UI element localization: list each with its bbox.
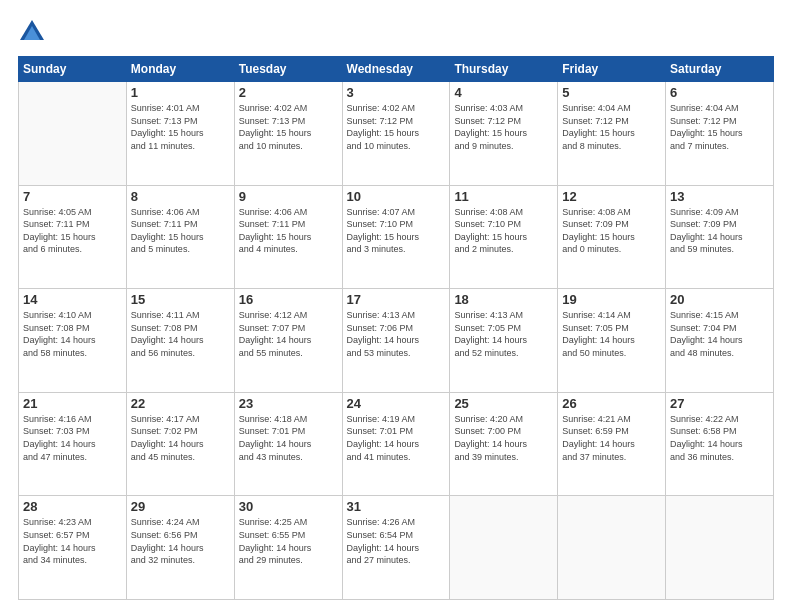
day-info: Sunrise: 4:23 AM Sunset: 6:57 PM Dayligh…: [23, 516, 122, 566]
calendar-cell: [558, 496, 666, 600]
day-info: Sunrise: 4:17 AM Sunset: 7:02 PM Dayligh…: [131, 413, 230, 463]
calendar-cell: 1Sunrise: 4:01 AM Sunset: 7:13 PM Daylig…: [126, 82, 234, 186]
calendar-cell: 6Sunrise: 4:04 AM Sunset: 7:12 PM Daylig…: [666, 82, 774, 186]
calendar-cell: [450, 496, 558, 600]
day-number: 8: [131, 189, 230, 204]
day-number: 20: [670, 292, 769, 307]
day-info: Sunrise: 4:11 AM Sunset: 7:08 PM Dayligh…: [131, 309, 230, 359]
weekday-header-wednesday: Wednesday: [342, 57, 450, 82]
day-number: 31: [347, 499, 446, 514]
day-number: 2: [239, 85, 338, 100]
day-info: Sunrise: 4:22 AM Sunset: 6:58 PM Dayligh…: [670, 413, 769, 463]
day-info: Sunrise: 4:14 AM Sunset: 7:05 PM Dayligh…: [562, 309, 661, 359]
day-info: Sunrise: 4:13 AM Sunset: 7:05 PM Dayligh…: [454, 309, 553, 359]
weekday-header-saturday: Saturday: [666, 57, 774, 82]
day-number: 15: [131, 292, 230, 307]
calendar-cell: 20Sunrise: 4:15 AM Sunset: 7:04 PM Dayli…: [666, 289, 774, 393]
calendar-cell: 10Sunrise: 4:07 AM Sunset: 7:10 PM Dayli…: [342, 185, 450, 289]
calendar-week-row: 7Sunrise: 4:05 AM Sunset: 7:11 PM Daylig…: [19, 185, 774, 289]
calendar-cell: 5Sunrise: 4:04 AM Sunset: 7:12 PM Daylig…: [558, 82, 666, 186]
day-info: Sunrise: 4:10 AM Sunset: 7:08 PM Dayligh…: [23, 309, 122, 359]
calendar-cell: 4Sunrise: 4:03 AM Sunset: 7:12 PM Daylig…: [450, 82, 558, 186]
day-number: 23: [239, 396, 338, 411]
weekday-header-monday: Monday: [126, 57, 234, 82]
day-info: Sunrise: 4:09 AM Sunset: 7:09 PM Dayligh…: [670, 206, 769, 256]
day-info: Sunrise: 4:08 AM Sunset: 7:09 PM Dayligh…: [562, 206, 661, 256]
calendar-cell: 7Sunrise: 4:05 AM Sunset: 7:11 PM Daylig…: [19, 185, 127, 289]
weekday-header-thursday: Thursday: [450, 57, 558, 82]
day-number: 17: [347, 292, 446, 307]
calendar-cell: 29Sunrise: 4:24 AM Sunset: 6:56 PM Dayli…: [126, 496, 234, 600]
day-info: Sunrise: 4:02 AM Sunset: 7:13 PM Dayligh…: [239, 102, 338, 152]
calendar-cell: 8Sunrise: 4:06 AM Sunset: 7:11 PM Daylig…: [126, 185, 234, 289]
day-number: 26: [562, 396, 661, 411]
calendar-cell: 11Sunrise: 4:08 AM Sunset: 7:10 PM Dayli…: [450, 185, 558, 289]
day-info: Sunrise: 4:04 AM Sunset: 7:12 PM Dayligh…: [670, 102, 769, 152]
calendar-cell: [19, 82, 127, 186]
day-info: Sunrise: 4:03 AM Sunset: 7:12 PM Dayligh…: [454, 102, 553, 152]
day-info: Sunrise: 4:06 AM Sunset: 7:11 PM Dayligh…: [239, 206, 338, 256]
calendar-cell: 13Sunrise: 4:09 AM Sunset: 7:09 PM Dayli…: [666, 185, 774, 289]
day-info: Sunrise: 4:05 AM Sunset: 7:11 PM Dayligh…: [23, 206, 122, 256]
day-info: Sunrise: 4:26 AM Sunset: 6:54 PM Dayligh…: [347, 516, 446, 566]
calendar-cell: 12Sunrise: 4:08 AM Sunset: 7:09 PM Dayli…: [558, 185, 666, 289]
day-number: 6: [670, 85, 769, 100]
day-info: Sunrise: 4:21 AM Sunset: 6:59 PM Dayligh…: [562, 413, 661, 463]
day-info: Sunrise: 4:07 AM Sunset: 7:10 PM Dayligh…: [347, 206, 446, 256]
calendar-table: SundayMondayTuesdayWednesdayThursdayFrid…: [18, 56, 774, 600]
calendar-week-row: 28Sunrise: 4:23 AM Sunset: 6:57 PM Dayli…: [19, 496, 774, 600]
day-info: Sunrise: 4:06 AM Sunset: 7:11 PM Dayligh…: [131, 206, 230, 256]
calendar-cell: 24Sunrise: 4:19 AM Sunset: 7:01 PM Dayli…: [342, 392, 450, 496]
day-number: 16: [239, 292, 338, 307]
day-number: 10: [347, 189, 446, 204]
calendar-cell: 16Sunrise: 4:12 AM Sunset: 7:07 PM Dayli…: [234, 289, 342, 393]
calendar-cell: 18Sunrise: 4:13 AM Sunset: 7:05 PM Dayli…: [450, 289, 558, 393]
day-info: Sunrise: 4:04 AM Sunset: 7:12 PM Dayligh…: [562, 102, 661, 152]
day-number: 21: [23, 396, 122, 411]
logo: [18, 18, 50, 46]
day-number: 28: [23, 499, 122, 514]
weekday-header-friday: Friday: [558, 57, 666, 82]
calendar-cell: 9Sunrise: 4:06 AM Sunset: 7:11 PM Daylig…: [234, 185, 342, 289]
calendar-cell: 19Sunrise: 4:14 AM Sunset: 7:05 PM Dayli…: [558, 289, 666, 393]
day-number: 13: [670, 189, 769, 204]
calendar-cell: 23Sunrise: 4:18 AM Sunset: 7:01 PM Dayli…: [234, 392, 342, 496]
day-info: Sunrise: 4:20 AM Sunset: 7:00 PM Dayligh…: [454, 413, 553, 463]
day-info: Sunrise: 4:08 AM Sunset: 7:10 PM Dayligh…: [454, 206, 553, 256]
day-info: Sunrise: 4:19 AM Sunset: 7:01 PM Dayligh…: [347, 413, 446, 463]
header: [18, 18, 774, 46]
calendar-cell: 30Sunrise: 4:25 AM Sunset: 6:55 PM Dayli…: [234, 496, 342, 600]
day-number: 18: [454, 292, 553, 307]
calendar-cell: 31Sunrise: 4:26 AM Sunset: 6:54 PM Dayli…: [342, 496, 450, 600]
calendar-week-row: 1Sunrise: 4:01 AM Sunset: 7:13 PM Daylig…: [19, 82, 774, 186]
day-info: Sunrise: 4:02 AM Sunset: 7:12 PM Dayligh…: [347, 102, 446, 152]
calendar-cell: 28Sunrise: 4:23 AM Sunset: 6:57 PM Dayli…: [19, 496, 127, 600]
day-number: 22: [131, 396, 230, 411]
day-number: 24: [347, 396, 446, 411]
day-info: Sunrise: 4:25 AM Sunset: 6:55 PM Dayligh…: [239, 516, 338, 566]
day-number: 3: [347, 85, 446, 100]
calendar-cell: 2Sunrise: 4:02 AM Sunset: 7:13 PM Daylig…: [234, 82, 342, 186]
day-number: 12: [562, 189, 661, 204]
day-info: Sunrise: 4:24 AM Sunset: 6:56 PM Dayligh…: [131, 516, 230, 566]
day-info: Sunrise: 4:18 AM Sunset: 7:01 PM Dayligh…: [239, 413, 338, 463]
calendar-cell: 27Sunrise: 4:22 AM Sunset: 6:58 PM Dayli…: [666, 392, 774, 496]
day-number: 9: [239, 189, 338, 204]
calendar-cell: [666, 496, 774, 600]
day-info: Sunrise: 4:16 AM Sunset: 7:03 PM Dayligh…: [23, 413, 122, 463]
day-number: 1: [131, 85, 230, 100]
calendar-cell: 17Sunrise: 4:13 AM Sunset: 7:06 PM Dayli…: [342, 289, 450, 393]
day-number: 7: [23, 189, 122, 204]
calendar-week-row: 21Sunrise: 4:16 AM Sunset: 7:03 PM Dayli…: [19, 392, 774, 496]
weekday-header-tuesday: Tuesday: [234, 57, 342, 82]
calendar-week-row: 14Sunrise: 4:10 AM Sunset: 7:08 PM Dayli…: [19, 289, 774, 393]
logo-icon: [18, 18, 46, 46]
day-number: 25: [454, 396, 553, 411]
calendar-cell: 26Sunrise: 4:21 AM Sunset: 6:59 PM Dayli…: [558, 392, 666, 496]
page: SundayMondayTuesdayWednesdayThursdayFrid…: [0, 0, 792, 612]
day-info: Sunrise: 4:13 AM Sunset: 7:06 PM Dayligh…: [347, 309, 446, 359]
day-number: 29: [131, 499, 230, 514]
calendar-cell: 22Sunrise: 4:17 AM Sunset: 7:02 PM Dayli…: [126, 392, 234, 496]
calendar-cell: 15Sunrise: 4:11 AM Sunset: 7:08 PM Dayli…: [126, 289, 234, 393]
day-number: 19: [562, 292, 661, 307]
